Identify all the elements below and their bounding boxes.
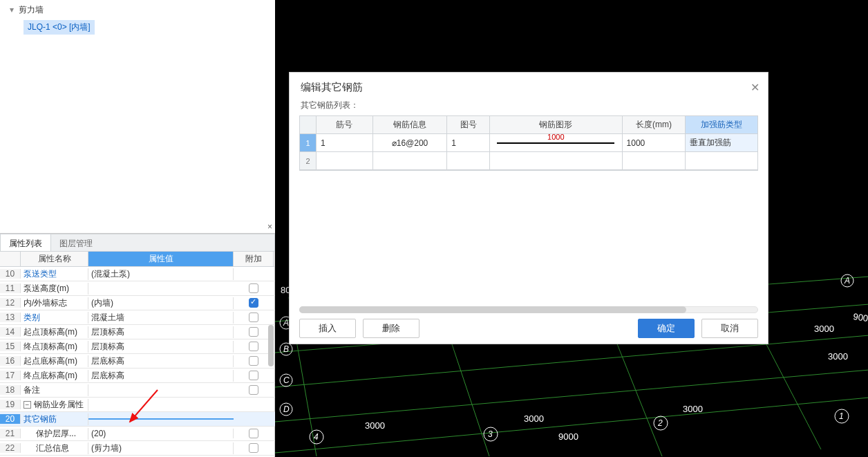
col-jh[interactable]: 筋号 <box>317 116 373 134</box>
tree-child-item[interactable]: JLQ-1 <0> [内墙] <box>23 20 95 35</box>
col-info[interactable]: 钢筋信息 <box>373 116 448 134</box>
col-type[interactable]: 加强筋类型 <box>686 116 757 134</box>
header-extra: 附加 <box>234 252 274 266</box>
property-row[interactable]: 21保护层厚...(20) <box>0 427 275 441</box>
dialog-title: 编辑其它钢筋 <box>290 73 768 97</box>
extra-checkbox[interactable] <box>249 356 258 366</box>
property-row[interactable]: 12内/外墙标志(内墙) <box>0 296 275 310</box>
extra-checkbox[interactable] <box>249 443 258 453</box>
property-row[interactable]: 15终点顶标高(m)层顶标高 <box>0 339 275 354</box>
extra-checkbox[interactable] <box>249 313 258 322</box>
svg-text:3000: 3000 <box>524 413 544 424</box>
property-tabbar: 属性列表 图层管理 <box>0 234 275 252</box>
svg-text:9000: 9000 <box>853 311 868 324</box>
panel-close-icon[interactable]: × <box>267 222 272 232</box>
property-row[interactable]: 14起点顶标高(m)层顶标高 <box>0 325 275 339</box>
col-shape[interactable]: 钢筋图形 <box>490 116 622 134</box>
svg-text:9000: 9000 <box>558 431 578 442</box>
svg-text:3000: 3000 <box>814 324 834 334</box>
tree-root-label: 剪力墙 <box>19 5 44 15</box>
cancel-button[interactable]: 取消 <box>701 319 758 338</box>
component-tree: ▾ 剪力墙 JLQ-1 <0> [内墙] × <box>0 0 275 234</box>
extra-checkbox[interactable] <box>249 283 258 293</box>
svg-text:A: A <box>844 276 850 286</box>
extra-checkbox[interactable] <box>249 298 258 308</box>
svg-text:4: 4 <box>314 432 319 442</box>
tab-layers[interactable]: 图层管理 <box>51 234 101 251</box>
ok-button[interactable]: 确定 <box>638 319 695 338</box>
grid-hscroll[interactable] <box>299 306 758 315</box>
property-table: 属性名称 属性值 附加 10泵送类型(混凝土泵)11泵送高度(m)12内/外墙标… <box>0 252 275 457</box>
svg-text:B: B <box>283 344 289 354</box>
col-len[interactable]: 长度(mm) <box>623 116 686 134</box>
tab-properties[interactable]: 属性列表 <box>1 234 51 251</box>
svg-text:A: A <box>283 318 289 328</box>
property-row[interactable]: 10泵送类型(混凝土泵) <box>0 267 275 281</box>
property-row[interactable]: 13类别混凝土墙 <box>0 310 275 325</box>
svg-line-5 <box>275 398 868 453</box>
col-th[interactable]: 图号 <box>447 116 490 134</box>
property-header: 属性名称 属性值 附加 <box>0 252 275 267</box>
dialog-buttons: 插入 删除 确定 取消 <box>290 319 768 338</box>
dialog-subtitle: 其它钢筋列表： <box>290 97 768 115</box>
rebar-grid: 筋号 钢筋信息 图号 钢筋图形 长度(mm) 加强筋类型 1 1 ⌀16@200… <box>299 115 758 171</box>
rebar-shape-cell[interactable]: 1000 <box>490 134 622 152</box>
svg-text:3000: 3000 <box>365 420 385 431</box>
svg-text:2: 2 <box>657 418 663 428</box>
dialog-close-icon[interactable]: ✕ <box>751 81 760 94</box>
grid-row[interactable]: 2 <box>300 152 757 170</box>
property-row[interactable]: 18备注 <box>0 383 275 398</box>
svg-text:D: D <box>283 404 290 414</box>
svg-line-4 <box>275 370 868 422</box>
header-name: 属性名称 <box>21 252 88 266</box>
extra-checkbox[interactable] <box>249 371 258 380</box>
svg-text:3000: 3000 <box>683 404 703 414</box>
edit-rebar-dialog: 编辑其它钢筋 ✕ 其它钢筋列表： 筋号 钢筋信息 图号 钢筋图形 长度(mm) … <box>289 72 768 344</box>
property-row[interactable]: 17终点底标高(m)层底标高 <box>0 369 275 383</box>
grid-header: 筋号 钢筋信息 图号 钢筋图形 长度(mm) 加强筋类型 <box>300 116 757 134</box>
property-row[interactable]: 16起点底标高(m)层底标高 <box>0 354 275 369</box>
tree-root[interactable]: ▾ 剪力墙 <box>0 0 275 17</box>
property-row[interactable]: 11泵送高度(m) <box>0 281 275 296</box>
extra-checkbox[interactable] <box>249 429 258 438</box>
svg-text:C: C <box>283 375 290 385</box>
caret-down-icon: ▾ <box>10 5 17 15</box>
property-row[interactable]: 22汇总信息(剪力墙) <box>0 441 275 456</box>
property-row[interactable]: 19−钢筋业务属性 <box>0 398 275 412</box>
svg-text:3000: 3000 <box>828 351 848 362</box>
extra-checkbox[interactable] <box>249 342 258 351</box>
svg-text:3: 3 <box>488 429 493 439</box>
extra-checkbox[interactable] <box>249 327 258 337</box>
scrollbar-thumb[interactable] <box>268 325 274 366</box>
header-value[interactable]: 属性值 <box>88 252 234 266</box>
delete-button[interactable]: 删除 <box>363 319 419 338</box>
insert-button[interactable]: 插入 <box>299 319 356 338</box>
svg-text:1: 1 <box>839 411 844 421</box>
grid-row[interactable]: 1 1 ⌀16@200 1 1000 1000 垂直加强筋 <box>300 134 757 152</box>
property-row[interactable]: 20其它钢筋⋯ <box>0 412 275 427</box>
left-panel: ▾ 剪力墙 JLQ-1 <0> [内墙] × 属性列表 图层管理 属性名称 属性… <box>0 0 275 457</box>
extra-checkbox[interactable] <box>249 385 258 395</box>
